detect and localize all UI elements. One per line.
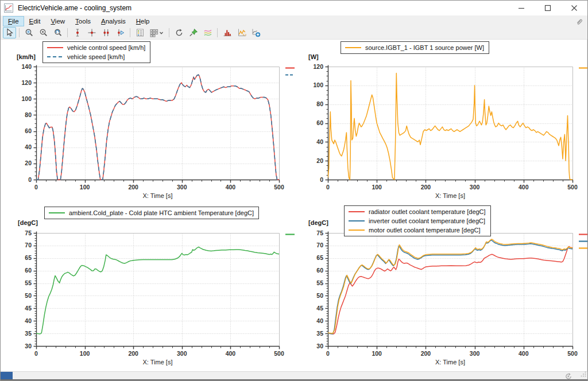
x-tick-label: 0 <box>326 350 330 357</box>
add-plot-icon[interactable] <box>249 27 262 38</box>
title-bar[interactable]: ElectricVehicle.ame - cooling_system <box>1 1 587 15</box>
menu-tools[interactable]: Tools <box>70 16 96 26</box>
x-tick-label: 400 <box>519 184 529 190</box>
legend-label: inverter outlet coolant temperature [deg… <box>369 217 485 224</box>
ambient-temperature-plot: [degC]ambient.Cold_plate - Cold plate HT… <box>1 203 295 374</box>
close-icon <box>571 5 578 11</box>
x-axis-label: X: Time [s] <box>143 192 173 199</box>
ambient-temperature-plot-legend[interactable]: ambient.Cold_plate - Cold plate HTC ambi… <box>44 207 259 219</box>
y-tick-label: 0 <box>320 176 323 183</box>
animate-cursor-icon[interactable] <box>114 27 127 38</box>
maximize-button[interactable] <box>535 1 561 15</box>
maximize-icon <box>544 5 551 11</box>
y-tick-label: 65 <box>25 254 32 261</box>
toolbar-separator <box>217 28 218 37</box>
x-tick-label: 200 <box>421 184 431 190</box>
y-tick-label: 35 <box>316 330 323 337</box>
pin-icon[interactable] <box>575 17 583 25</box>
curve-igbt-1-source-power[interactable] <box>328 73 572 180</box>
menu-file[interactable]: File <box>3 16 24 26</box>
curve-motor-outlet-coolant-temperature[interactable] <box>328 239 572 333</box>
igbt-power-plot-legend[interactable]: source.IGBT_1 - IGBT 1 source power [W] <box>341 41 489 54</box>
vehicle-speed-plot-canvas[interactable]: 0100200300400500020406080100120140X: Tim… <box>1 40 295 203</box>
app-window: ElectricVehicle.ame - cooling_system Fil… <box>0 0 588 381</box>
curve-list-icon[interactable] <box>133 27 146 38</box>
toolbar: x,y <box>1 26 587 40</box>
y-tick-label: 30 <box>25 343 32 349</box>
coolant-temperatures-plot: [degC]radiator outlet coolant temperatur… <box>295 203 588 374</box>
x-tick-label: 0 <box>34 350 38 357</box>
y-tick-label: 40 <box>25 317 32 324</box>
y-axis-unit-label: [km/h] <box>17 53 36 60</box>
refresh-plots-icon[interactable] <box>172 27 185 38</box>
y-tick-label: 120 <box>21 79 32 86</box>
x-tick-label: 200 <box>421 350 431 357</box>
select-cursor-icon[interactable] <box>3 27 16 38</box>
y-tick-label: 20 <box>25 160 32 166</box>
legend-item: source.IGBT_1 - IGBT 1 source power [W] <box>345 43 484 52</box>
legend-swatch <box>47 45 64 50</box>
resize-grip[interactable] <box>581 369 586 379</box>
y-axis-unit-label: [W] <box>308 53 319 60</box>
y-tick-label: 20 <box>316 157 323 164</box>
menu-view[interactable]: View <box>45 16 70 26</box>
series-curves <box>328 73 572 180</box>
x-tick-label: 300 <box>177 184 187 190</box>
y-tick-label: 40 <box>25 143 32 150</box>
legend-item: motor outlet coolant temperature [degC] <box>348 226 486 235</box>
y-axis-unit-label: [degC] <box>308 219 328 226</box>
dual-cursor-icon[interactable] <box>99 27 113 38</box>
y-tick-label: 100 <box>313 81 323 88</box>
x-axis-label: X: Time [s] <box>435 359 465 366</box>
vehicle-speed-plot-legend[interactable]: vehicle control speed [km/h]vehicle spee… <box>42 41 150 63</box>
toolbar-separator <box>67 28 68 37</box>
x-tick-label: 300 <box>177 350 187 357</box>
histogram-plot-icon[interactable] <box>220 27 234 38</box>
y-tick-label: 50 <box>316 292 323 299</box>
measure-cursor-icon[interactable] <box>71 27 84 38</box>
zoom-reset-icon[interactable] <box>51 27 64 38</box>
menu-help[interactable]: Help <box>131 16 155 26</box>
curve-edge-markers <box>285 68 295 75</box>
y-tick-label: 30 <box>316 343 323 349</box>
y-axis-unit-label: [degC] <box>18 219 38 226</box>
xy-plot-icon[interactable]: x,y <box>235 27 248 38</box>
axes: 0100200300400500020406080100120 <box>313 63 577 191</box>
legend-item: vehicle control speed [km/h] <box>47 43 145 52</box>
y-tick-label: 75 <box>25 230 32 236</box>
y-tick-label: 140 <box>21 63 32 70</box>
menu-edit[interactable]: Edit <box>24 16 46 26</box>
y-tick-label: 40 <box>316 317 323 324</box>
igbt-power-plot: [W]source.IGBT_1 - IGBT 1 source power [… <box>295 40 588 203</box>
gridlines <box>328 234 573 347</box>
menu-analysis[interactable]: Analysis <box>96 16 131 26</box>
y-tick-label: 55 <box>316 279 323 286</box>
zoom-in-icon[interactable] <box>22 27 36 38</box>
close-button[interactable] <box>561 1 587 15</box>
ambient-temperature-plot-canvas[interactable]: 010020030040050030354045505560657075X: T… <box>1 203 295 374</box>
legend-label: vehicle speed [km/h] <box>67 53 125 60</box>
y-tick-label: 55 <box>25 279 32 286</box>
pin-curve-icon[interactable] <box>187 27 200 38</box>
legend-label: vehicle control speed [km/h] <box>67 44 145 51</box>
igbt-power-plot-canvas[interactable]: 0100200300400500020406080100120X: Time [… <box>295 40 588 203</box>
menu-bar: FileEditViewToolsAnalysisHelp <box>1 15 587 26</box>
axes: 010020030040050030354045505560657075 <box>316 230 578 357</box>
x-tick-label: 100 <box>80 350 90 357</box>
legend-swatch <box>348 227 365 233</box>
x-tick-label: 200 <box>128 184 138 190</box>
y-tick-label: 80 <box>25 111 32 118</box>
minimize-button[interactable] <box>508 1 535 15</box>
crosshair-cursor-icon[interactable] <box>85 27 98 38</box>
legend-label: source.IGBT_1 - IGBT 1 source power [W] <box>365 44 484 51</box>
zoom-out-icon[interactable] <box>37 27 50 38</box>
toolbar-separator <box>130 28 130 37</box>
coolant-temperatures-plot-legend[interactable]: radiator outlet coolant temperature [deg… <box>344 205 491 236</box>
overlay-curves-icon[interactable] <box>201 27 214 38</box>
gridlines <box>328 67 573 180</box>
plot-layout-icon[interactable] <box>148 27 166 38</box>
y-tick-label: 45 <box>25 305 32 312</box>
x-axis-label: X: Time [s] <box>435 192 465 199</box>
y-tick-label: 60 <box>316 119 323 126</box>
x-tick-label: 0 <box>326 184 330 190</box>
